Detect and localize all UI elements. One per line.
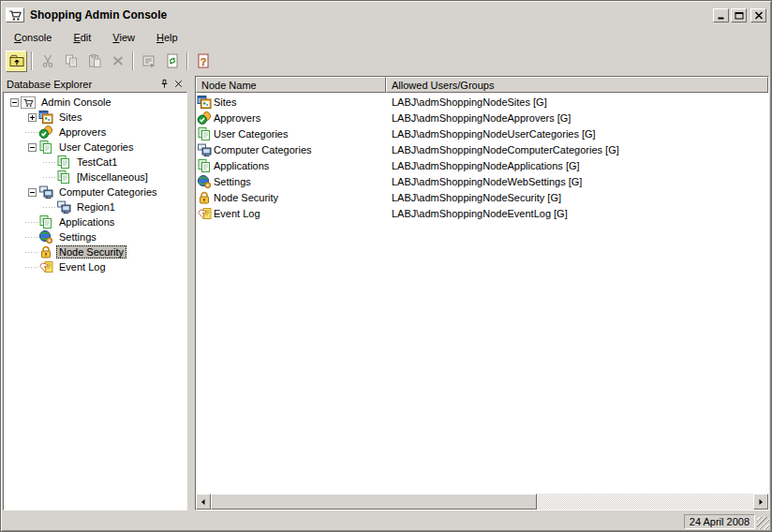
column-header-node-name[interactable]: Node Name — [196, 77, 386, 93]
tree-item-label: Approvers — [56, 126, 109, 139]
scroll-left-button[interactable] — [196, 494, 211, 510]
svg-text:?: ? — [200, 56, 206, 67]
tree-item-computer-categories[interactable]: Computer Categories — [4, 185, 186, 200]
table-row-approvers[interactable]: ApproversLABJ\admShoppingNodeApprovers [… — [196, 110, 768, 126]
tree-item-node-security[interactable]: Node Security — [4, 244, 186, 259]
toolbar-help-button[interactable]: ? — [192, 51, 214, 72]
table-row-user-categories[interactable]: User CategoriesLABJ\admShoppingNodeUserC… — [196, 126, 768, 141]
toolbar-separator — [132, 52, 134, 70]
node-name-text: Approvers — [214, 112, 260, 124]
delete-icon — [111, 53, 126, 68]
table-row-settings[interactable]: SettingsLABJ\admShoppingNodeWebSettings … — [196, 173, 768, 189]
scroll-right-button[interactable] — [753, 494, 768, 510]
toolbar-copy-button — [60, 51, 82, 72]
maximize-icon — [735, 11, 744, 20]
expand-minus-icon[interactable] — [7, 95, 21, 110]
tree-connector — [43, 170, 56, 185]
menu-view[interactable]: View — [109, 30, 139, 45]
minimize-button[interactable] — [713, 8, 729, 22]
tree-item-applications[interactable]: Applications — [4, 214, 186, 229]
approvers-icon — [38, 125, 53, 140]
table-row-computer-categories[interactable]: Computer CategoriesLABJ\admShoppingNodeC… — [196, 141, 768, 157]
toolbar: ? — [1, 48, 771, 74]
tree-connector — [25, 214, 38, 229]
database-explorer-panel: Database Explorer Admin ConsoleSitesAppr… — [3, 76, 187, 510]
toolbar-refresh-button[interactable] — [161, 51, 183, 72]
list-body: SitesLABJ\admShoppingNodeSites [G]Approv… — [196, 93, 768, 494]
expand-plus-icon[interactable] — [25, 110, 38, 125]
globe-gear-icon — [197, 174, 212, 189]
tree-item-approvers[interactable]: Approvers — [4, 125, 186, 140]
menu-help[interactable]: Help — [153, 30, 182, 45]
node-name-text: User Categories — [214, 128, 288, 140]
status-bar: 24 April 2008 — [1, 512, 771, 531]
menu-bar: Console Edit View Help — [1, 26, 771, 48]
tree-item-settings[interactable]: Settings — [4, 229, 186, 244]
resize-grip[interactable] — [757, 517, 769, 529]
tree-item-event-log[interactable]: Event Log — [4, 259, 186, 274]
node-name-cell: Event Log — [196, 206, 389, 221]
node-name-text: Computer Categories — [214, 144, 312, 155]
node-name-cell: Sites — [196, 95, 389, 110]
table-row-node-security[interactable]: Node SecurityLABJ\admShoppingNodeSecurit… — [196, 189, 768, 205]
node-name-cell: Approvers — [196, 111, 389, 126]
scrollbar-track[interactable] — [537, 494, 753, 510]
tree-item-user-categories[interactable]: User Categories — [4, 140, 186, 155]
allowed-users-cell: LABJ\admShoppingNodeApprovers [G] — [389, 112, 768, 124]
sites-icon — [197, 95, 212, 110]
allowed-users-cell: LABJ\admShoppingNodeUserCategories [G] — [389, 128, 768, 140]
pages-icon — [56, 170, 71, 185]
toolbar-up-one-level-button[interactable] — [6, 51, 27, 72]
column-header-allowed-users[interactable]: Allowed Users/Groups — [386, 77, 768, 93]
close-panel-button[interactable] — [171, 78, 186, 91]
tree-connector — [25, 244, 38, 259]
explorer-tree: Admin ConsoleSitesApproversUser Categori… — [3, 92, 187, 510]
node-name-cell: Applications — [196, 158, 389, 173]
tree-item-testcat1[interactable]: TestCat1 — [4, 155, 186, 170]
tree-item-label: Computer Categories — [56, 185, 160, 199]
tree-item-region1[interactable]: Region1 — [4, 200, 186, 214]
cart-button-icon — [21, 95, 36, 110]
tree-item-sites[interactable]: Sites — [4, 110, 186, 125]
tree-item-admin-console[interactable]: Admin Console — [4, 95, 186, 110]
status-date: 24 April 2008 — [684, 514, 755, 529]
close-button[interactable] — [750, 8, 766, 22]
maximize-button[interactable] — [731, 8, 747, 22]
tree-item-label: User Categories — [56, 140, 136, 154]
menu-console[interactable]: Console — [10, 30, 55, 45]
app-cart-icon — [6, 7, 24, 22]
explorer-panel-title: Database Explorer — [7, 79, 157, 90]
menu-edit[interactable]: Edit — [69, 30, 95, 45]
pages-icon — [38, 140, 53, 155]
tree-item-label: Applications — [56, 215, 117, 229]
pin-panel-button[interactable] — [157, 78, 171, 91]
main-area: Database Explorer Admin ConsoleSitesAppr… — [1, 74, 771, 512]
arrow-right-icon — [757, 498, 765, 506]
tree-connector — [25, 259, 38, 274]
toolbar-separator — [186, 52, 188, 70]
help-icon: ? — [196, 53, 211, 68]
tree-item-miscellaneous[interactable]: [Miscellaneous] — [4, 170, 186, 185]
tree-item-label: Node Security — [56, 245, 126, 259]
panel-splitter[interactable] — [187, 76, 195, 510]
table-row-event-log[interactable]: Event LogLABJ\admShoppingNodeEventLog [G… — [196, 205, 768, 221]
node-name-text: Event Log — [214, 208, 260, 219]
properties-icon — [141, 53, 156, 68]
node-list-panel: Node Name Allowed Users/Groups SitesLABJ… — [195, 76, 769, 510]
horizontal-scrollbar[interactable] — [196, 494, 768, 510]
computers-icon — [56, 200, 71, 214]
pages-icon — [197, 158, 212, 173]
expand-minus-icon[interactable] — [25, 185, 38, 200]
close-icon — [754, 11, 764, 20]
pin-icon — [159, 79, 170, 89]
table-row-sites[interactable]: SitesLABJ\admShoppingNodeSites [G] — [196, 94, 768, 110]
copy-icon — [64, 53, 79, 68]
sites-icon — [38, 110, 53, 125]
toolbar-cut-button — [37, 51, 58, 72]
tree-connector — [43, 155, 56, 170]
expand-minus-icon[interactable] — [25, 140, 38, 155]
node-name-cell: Computer Categories — [196, 142, 389, 157]
scissors-icon — [40, 53, 55, 68]
scrollbar-thumb[interactable] — [211, 494, 537, 510]
table-row-applications[interactable]: ApplicationsLABJ\admShoppingNodeApplicat… — [196, 157, 768, 173]
